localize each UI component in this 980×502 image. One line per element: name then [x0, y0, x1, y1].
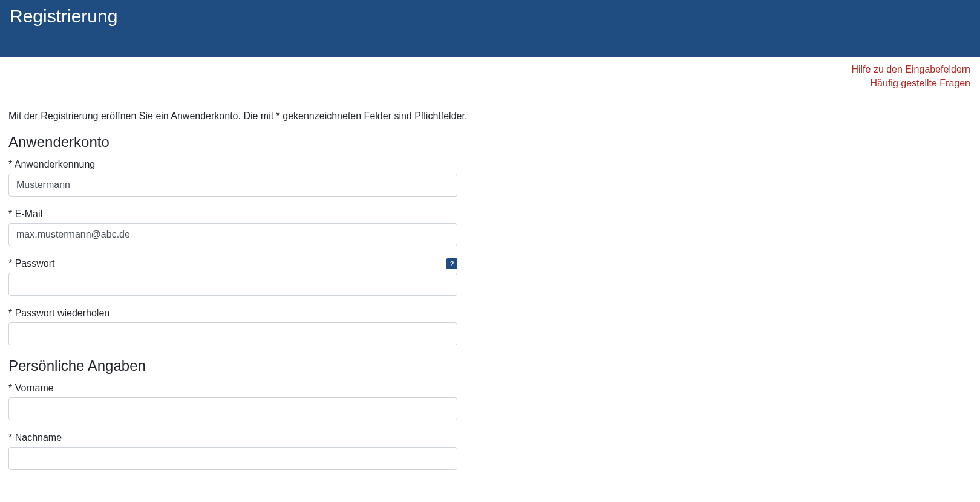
row-password-repeat: * Passwort wiederholen [8, 308, 457, 345]
help-icon[interactable]: ? [446, 258, 457, 269]
intro-text: Mit der Registrierung eröffnen Sie ein A… [8, 111, 972, 122]
row-email: * E-Mail [8, 209, 457, 246]
input-lastname[interactable] [8, 447, 457, 470]
input-password-repeat[interactable] [8, 322, 457, 345]
label-email-text: * E-Mail [8, 209, 42, 220]
row-password: * Passwort ? [8, 258, 457, 296]
input-password[interactable] [8, 273, 457, 296]
section-title-account: Anwenderkonto [8, 134, 972, 151]
label-password-repeat: * Passwort wiederholen [8, 308, 457, 319]
help-links-block: Hilfe zu den Eingabefeldern Häufig geste… [0, 57, 980, 90]
help-link-fields[interactable]: Hilfe zu den Eingabefeldern [851, 64, 970, 74]
row-username: * Anwenderkennung [8, 159, 457, 197]
label-password-text: * Passwort [8, 258, 54, 269]
page-title: Registrierung [10, 1, 970, 34]
label-firstname-text: * Vorname [8, 383, 54, 394]
label-lastname-text: * Nachname [8, 432, 62, 443]
label-lastname: * Nachname [8, 432, 457, 443]
section-title-personal: Persönliche Angaben [8, 357, 972, 374]
header-divider [10, 34, 970, 34]
row-lastname: * Nachname [8, 432, 457, 470]
page-header: Registrierung [0, 0, 980, 57]
input-email[interactable] [8, 223, 457, 246]
main-content: Mit der Registrierung eröffnen Sie ein A… [0, 111, 980, 470]
label-username-text: * Anwenderkennung [8, 159, 95, 170]
label-password: * Passwort ? [8, 258, 457, 269]
label-email: * E-Mail [8, 209, 457, 220]
input-firstname[interactable] [8, 397, 457, 420]
input-username[interactable] [8, 174, 457, 197]
label-username: * Anwenderkennung [8, 159, 457, 170]
label-password-repeat-text: * Passwort wiederholen [8, 308, 109, 319]
label-firstname: * Vorname [8, 383, 457, 394]
row-firstname: * Vorname [8, 383, 457, 420]
help-link-faq[interactable]: Häufig gestellte Fragen [871, 78, 970, 88]
